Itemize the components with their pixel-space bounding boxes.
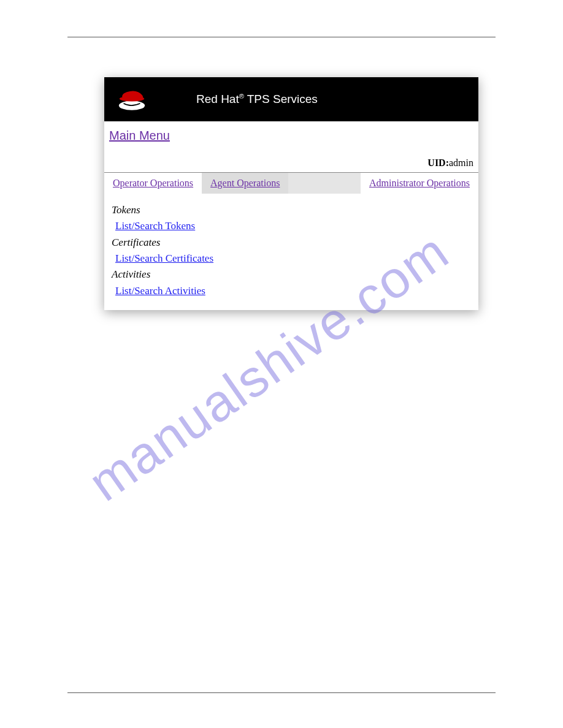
uid-row: UID:admin — [104, 144, 478, 173]
tab-operator-operations[interactable]: Operator Operations — [104, 173, 202, 194]
tab-administrator-operations[interactable]: Administrator Operations — [361, 173, 478, 194]
uid-label: UID: — [427, 157, 449, 168]
activities-heading: Activities — [112, 267, 471, 282]
top-rule — [67, 37, 496, 37]
svg-point-1 — [120, 96, 145, 101]
list-search-tokens-link[interactable]: List/Search Tokens — [112, 218, 195, 234]
uid-value: admin — [449, 157, 473, 168]
certificates-heading: Certificates — [112, 235, 471, 251]
bottom-rule — [67, 692, 496, 693]
tokens-heading: Tokens — [112, 202, 471, 218]
app-window: Red Hat® TPS Services Main Menu UID:admi… — [104, 77, 478, 310]
redhat-logo-icon — [115, 86, 148, 113]
tab-agent-operations[interactable]: Agent Operations — [202, 173, 288, 194]
main-menu-link[interactable]: Main Menu — [104, 121, 175, 144]
tab-row: Operator Operations Agent Operations Adm… — [104, 173, 478, 194]
tab-spacer — [288, 173, 361, 194]
app-title: Red Hat® TPS Services — [159, 93, 318, 106]
list-search-activities-link[interactable]: List/Search Activities — [112, 283, 205, 299]
app-header: Red Hat® TPS Services — [104, 77, 478, 121]
content-area: Tokens List/Search Tokens Certificates L… — [104, 194, 478, 310]
list-search-certificates-link[interactable]: List/Search Certificates — [112, 251, 213, 267]
